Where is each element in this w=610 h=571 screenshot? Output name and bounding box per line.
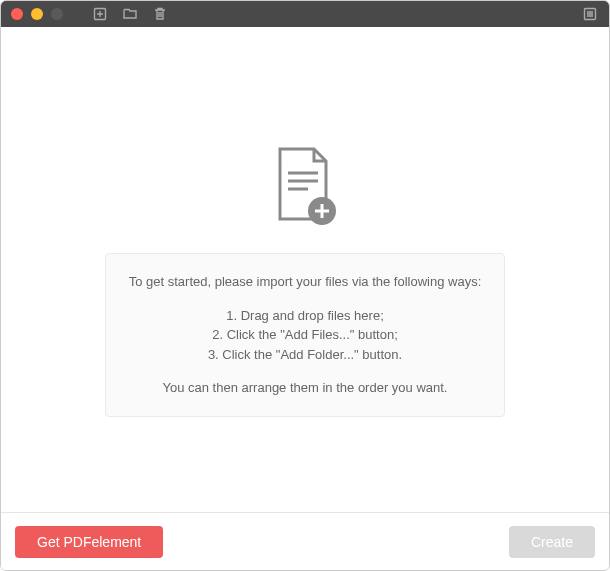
list-icon[interactable]: [581, 5, 599, 23]
instruction-step-2: 2. Click the "Add Files..." button;: [126, 325, 484, 345]
add-document-icon: [270, 147, 340, 227]
instruction-step-1: 1. Drag and drop files here;: [126, 306, 484, 326]
main-content: To get started, please import your files…: [1, 27, 609, 512]
toolbar-icons-right: [581, 5, 599, 23]
titlebar: [1, 1, 609, 27]
instruction-step-3: 3. Click the "Add Folder..." button.: [126, 345, 484, 365]
footer: Get PDFelement Create: [1, 512, 609, 570]
instructions-box: To get started, please import your files…: [105, 253, 505, 417]
add-file-icon[interactable]: [91, 5, 109, 23]
toolbar-icons-left: [91, 5, 169, 23]
minimize-window-button[interactable]: [31, 8, 43, 20]
instructions-intro: To get started, please import your files…: [126, 272, 484, 292]
folder-icon[interactable]: [121, 5, 139, 23]
close-window-button[interactable]: [11, 8, 23, 20]
traffic-lights: [11, 8, 63, 20]
create-button[interactable]: Create: [509, 526, 595, 558]
maximize-window-button[interactable]: [51, 8, 63, 20]
trash-icon[interactable]: [151, 5, 169, 23]
instructions-outro: You can then arrange them in the order y…: [126, 378, 484, 398]
instructions-steps: 1. Drag and drop files here; 2. Click th…: [126, 306, 484, 365]
get-pdfelement-button[interactable]: Get PDFelement: [15, 526, 163, 558]
app-window: To get started, please import your files…: [0, 0, 610, 571]
